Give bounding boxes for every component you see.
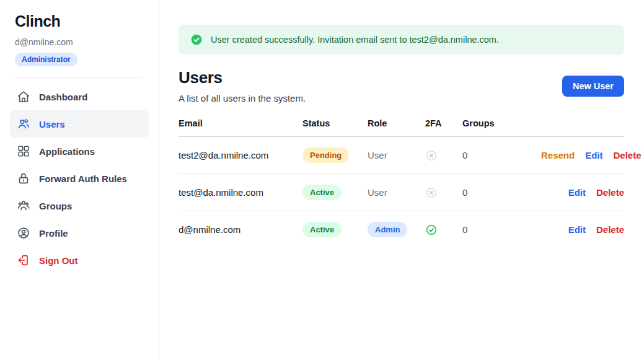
role-badge-admin: Admin: [368, 222, 407, 237]
user-email-cell: test2@da.nmilne.com: [179, 137, 302, 174]
column-header-email: Email: [179, 118, 302, 137]
sidebar-nav: DashboardUsersApplicationsForward Auth R…: [10, 83, 149, 274]
status-badge: Active: [302, 222, 342, 237]
sidebar-item-label: Forward Auth Rules: [39, 173, 127, 184]
delete-link[interactable]: Delete: [614, 150, 642, 160]
success-banner-message: User created successfully. Invitation em…: [211, 35, 499, 45]
status-badge: Active: [302, 185, 342, 200]
current-user-email: d@nmilne.com: [10, 37, 149, 47]
twofa-disabled-icon: [425, 187, 462, 199]
sidebar-divider: [15, 77, 143, 77]
main-content: User created successfully. Invitation em…: [159, 0, 644, 360]
role-text: User: [368, 187, 387, 198]
sidebar-item-forward-auth-rules[interactable]: Forward Auth Rules: [10, 165, 149, 192]
lock-icon: [17, 172, 30, 185]
table-row: d@nmilne.comActiveAdmin0EditDelete: [179, 211, 624, 248]
app-window: Clinch d@nmilne.com Administrator Dashbo…: [0, 0, 644, 360]
sidebar-item-sign-out[interactable]: Sign Out: [10, 247, 149, 274]
status-badge: Pending: [302, 147, 349, 163]
new-user-button[interactable]: New User: [562, 76, 624, 97]
page-title: Users: [179, 68, 306, 87]
table-header-row: EmailStatusRole2FAGroups: [179, 118, 624, 137]
home-icon: [17, 90, 30, 103]
column-header-2fa: 2FA: [425, 118, 462, 137]
success-banner: User created successfully. Invitation em…: [179, 25, 624, 55]
row-actions: EditDelete: [531, 211, 624, 248]
user-email-cell: test@da.nmilne.com: [179, 174, 302, 211]
sidebar-item-label: Users: [39, 119, 65, 130]
row-actions: EditDelete: [531, 174, 624, 211]
groups-count: 0: [462, 137, 531, 174]
success-check-icon: [190, 33, 203, 46]
sidebar-item-applications[interactable]: Applications: [10, 138, 149, 165]
table-body: test2@da.nmilne.comPendingUser0ResendEdi…: [179, 137, 624, 248]
resend-link[interactable]: Resend: [541, 150, 575, 160]
sidebar-item-dashboard[interactable]: Dashboard: [10, 83, 149, 110]
page-header: Users A list of all users in the system.…: [179, 68, 624, 103]
role-text: User: [368, 150, 387, 160]
column-header-status: Status: [302, 118, 368, 137]
groups-count: 0: [462, 174, 531, 211]
column-header-role: Role: [368, 118, 425, 137]
delete-link[interactable]: Delete: [596, 224, 624, 235]
delete-link[interactable]: Delete: [596, 187, 624, 198]
column-header-groups: Groups: [462, 118, 531, 137]
users-table: EmailStatusRole2FAGroups test2@da.nmilne…: [179, 118, 624, 248]
groups-count: 0: [462, 211, 531, 248]
role-badge: Administrator: [15, 53, 77, 66]
page-subtitle: A list of all users in the system.: [179, 93, 306, 103]
sidebar-item-users[interactable]: Users: [10, 110, 149, 138]
edit-link[interactable]: Edit: [568, 187, 586, 198]
users-icon: [17, 117, 30, 131]
people-group-icon: [17, 199, 30, 213]
sidebar-item-groups[interactable]: Groups: [10, 192, 149, 219]
person-circle-icon: [17, 226, 30, 240]
table-row: test2@da.nmilne.comPendingUser0ResendEdi…: [179, 137, 624, 174]
table-row: test@da.nmilne.comActiveUser0EditDelete: [179, 174, 624, 211]
grid-icon: [17, 144, 30, 158]
edit-link[interactable]: Edit: [568, 224, 586, 235]
column-header-actions: [531, 118, 624, 137]
row-actions: ResendEditDelete: [531, 137, 624, 174]
sidebar-item-label: Groups: [39, 201, 72, 211]
sidebar-item-label: Sign Out: [39, 255, 78, 266]
edit-link[interactable]: Edit: [585, 150, 602, 160]
twofa-disabled-icon: [425, 149, 462, 162]
sidebar: Clinch d@nmilne.com Administrator Dashbo…: [0, 0, 159, 360]
sign-out-icon: [17, 253, 30, 267]
sidebar-item-label: Profile: [39, 228, 68, 239]
sidebar-item-profile[interactable]: Profile: [10, 219, 149, 247]
brand-logo: Clinch: [10, 12, 149, 30]
sidebar-item-label: Applications: [39, 146, 95, 157]
user-email-cell: d@nmilne.com: [179, 211, 302, 248]
sidebar-item-label: Dashboard: [39, 92, 87, 102]
twofa-enabled-icon: [425, 224, 462, 236]
